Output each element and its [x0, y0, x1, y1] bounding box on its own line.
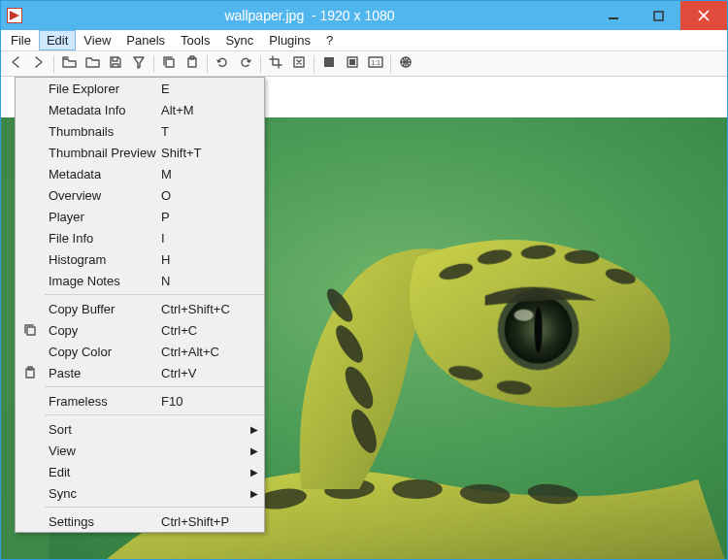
save-button[interactable] — [105, 53, 126, 75]
menu-item-sort[interactable]: Sort▶ — [16, 418, 264, 440]
menu-item-metadata[interactable]: MetadataM — [16, 163, 264, 184]
submenu-arrow-icon: ▶ — [245, 445, 264, 456]
folder-button[interactable] — [82, 53, 103, 75]
rotate-ccw-button[interactable] — [212, 53, 233, 75]
submenu-arrow-icon: ▶ — [245, 467, 264, 478]
menu-item-copy[interactable]: CopyCtrl+C — [16, 319, 264, 341]
menu-edit[interactable]: Edit — [39, 30, 76, 50]
svg-rect-10 — [349, 59, 355, 65]
menu-q[interactable]: ? — [318, 30, 341, 50]
svg-rect-8 — [324, 57, 334, 67]
svg-point-19 — [392, 479, 443, 499]
menu-panels[interactable]: Panels — [118, 30, 173, 50]
menu-label: Overview — [45, 188, 161, 203]
submenu-arrow-icon: ▶ — [245, 424, 264, 435]
menu-tools[interactable]: Tools — [173, 30, 217, 50]
menu-icon-blank — [16, 142, 45, 163]
menu-label: Copy Color — [45, 345, 161, 359]
menu-label: Frameless — [45, 394, 161, 409]
menu-label: Copy — [45, 323, 161, 338]
menu-icon-blank — [16, 482, 45, 504]
menu-icon-blank — [16, 440, 45, 461]
content-area: File ExplorerEMetadata InfoAlt+MThumbnai… — [1, 77, 727, 560]
menu-icon-blank — [16, 511, 45, 532]
menu-sync[interactable]: Sync — [217, 30, 261, 50]
menu-item-player[interactable]: PlayerP — [16, 206, 264, 227]
menu-icon-blank — [16, 248, 45, 270]
globe-button[interactable] — [395, 53, 416, 75]
menu-label: Metadata — [45, 167, 161, 181]
menu-item-histogram[interactable]: HistogramH — [16, 248, 264, 270]
menu-file[interactable]: File — [3, 30, 39, 50]
menu-shortcut: O — [161, 188, 245, 203]
menu-item-image-notes[interactable]: Image NotesN — [16, 270, 264, 291]
menu-item-file-info[interactable]: File InfoI — [16, 227, 264, 248]
menu-item-thumbnails[interactable]: ThumbnailsT — [16, 120, 264, 142]
menu-label: Copy Buffer — [45, 302, 161, 316]
fit-window-button[interactable] — [342, 53, 363, 75]
save-icon — [109, 55, 122, 72]
menu-label: Player — [45, 210, 161, 224]
nav-back-button[interactable] — [5, 53, 26, 75]
menu-item-thumbnail-preview[interactable]: Thumbnail PreviewShift+T — [16, 142, 264, 163]
menu-shortcut: Ctrl+Alt+C — [161, 345, 245, 359]
svg-point-35 — [535, 307, 543, 353]
fit-window-icon — [346, 55, 359, 72]
fit-button[interactable] — [288, 53, 310, 75]
full-button[interactable] — [318, 53, 340, 75]
menu-separator — [45, 294, 264, 295]
minimize-button[interactable] — [591, 1, 636, 30]
menu-icon-blank — [16, 206, 45, 227]
svg-rect-1 — [654, 12, 663, 20]
copy-button[interactable] — [158, 53, 180, 75]
menu-item-frameless[interactable]: FramelessF10 — [16, 390, 264, 412]
one-to-one-button[interactable]: 1:1 — [365, 53, 386, 75]
maximize-button[interactable] — [636, 1, 680, 30]
filter-button[interactable] — [128, 53, 149, 75]
menu-item-view[interactable]: View▶ — [16, 440, 264, 461]
menu-label: Settings — [45, 514, 161, 529]
menu-item-settings[interactable]: SettingsCtrl+Shift+P — [16, 511, 264, 532]
menu-shortcut: Alt+M — [161, 103, 245, 117]
menu-label: Histogram — [45, 252, 161, 267]
edit-dropdown-menu: File ExplorerEMetadata InfoAlt+MThumbnai… — [15, 77, 265, 533]
nav-forward-button[interactable] — [28, 53, 50, 75]
nav-back-icon — [9, 55, 22, 72]
menu-icon-blank — [16, 461, 45, 482]
menu-separator — [45, 507, 264, 508]
menu-label: Image Notes — [45, 274, 161, 288]
menu-separator — [45, 386, 264, 387]
menu-plugins[interactable]: Plugins — [261, 30, 318, 50]
menu-item-metadata-info[interactable]: Metadata InfoAlt+M — [16, 99, 264, 120]
app-icon — [7, 8, 22, 23]
window-title: wallpaper.jpg - 1920 x 1080 — [28, 8, 591, 23]
toolbar-separator — [207, 55, 208, 73]
paste-button[interactable] — [182, 53, 203, 75]
menu-item-overview[interactable]: OverviewO — [16, 184, 264, 206]
menu-view[interactable]: View — [76, 30, 118, 50]
crop-button[interactable] — [265, 53, 286, 75]
menu-label: File Explorer — [45, 82, 161, 96]
menu-icon-blank — [16, 227, 45, 248]
close-button[interactable] — [680, 1, 727, 30]
svg-rect-4 — [166, 59, 174, 67]
menu-item-paste[interactable]: PasteCtrl+V — [16, 362, 264, 383]
close-icon — [698, 10, 710, 21]
menu-item-sync[interactable]: Sync▶ — [16, 482, 264, 504]
menu-icon-blank — [16, 341, 45, 362]
menu-item-edit[interactable]: Edit▶ — [16, 461, 264, 482]
one-to-one-icon: 1:1 — [368, 55, 383, 72]
menu-shortcut: Ctrl+Shift+C — [161, 302, 245, 316]
fit-icon — [292, 55, 306, 72]
menu-item-file-explorer[interactable]: File ExplorerE — [16, 78, 264, 99]
menu-item-copy-buffer[interactable]: Copy BufferCtrl+Shift+C — [16, 298, 264, 319]
rotate-ccw-icon — [215, 55, 229, 72]
menu-shortcut: H — [161, 252, 245, 267]
menu-shortcut: N — [161, 274, 245, 288]
menu-shortcut: P — [161, 210, 245, 224]
menu-label: View — [45, 444, 161, 458]
menu-item-copy-color[interactable]: Copy ColorCtrl+Alt+C — [16, 341, 264, 362]
paste-icon — [185, 55, 199, 72]
rotate-cw-button[interactable] — [235, 53, 256, 75]
folder-open-button[interactable] — [58, 53, 80, 75]
